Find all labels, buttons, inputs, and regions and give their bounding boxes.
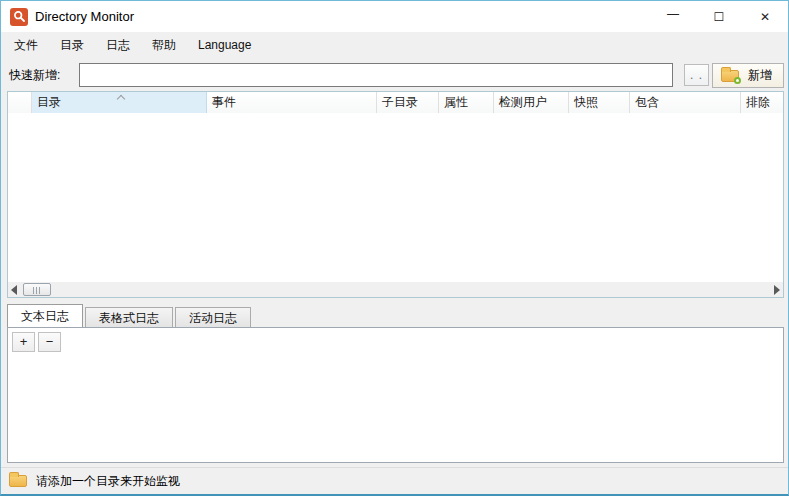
close-button[interactable]: ✕ [742, 1, 788, 32]
menu-log[interactable]: 日志 [95, 33, 141, 58]
status-folder-icon [9, 475, 27, 487]
menu-file[interactable]: 文件 [3, 33, 49, 58]
log-content [12, 356, 779, 458]
tab-activity-log[interactable]: 活动日志 [175, 307, 251, 327]
column-header-exclude[interactable]: 排除 [741, 92, 783, 113]
menu-directory[interactable]: 目录 [49, 33, 95, 58]
horizontal-scrollbar[interactable] [8, 282, 783, 297]
minimize-button[interactable]: — [650, 1, 696, 32]
status-bar: 请添加一个目录来开始监视 [1, 467, 788, 494]
tab-text-log[interactable]: 文本日志 [7, 304, 83, 327]
column-header-snapshot[interactable]: 快照 [569, 92, 630, 113]
column-header-spacer[interactable] [8, 92, 32, 113]
add-plus-badge-icon [734, 77, 741, 84]
font-increase-button[interactable]: + [12, 332, 35, 352]
log-tabs: 文本日志 表格式日志 活动日志 [7, 304, 253, 327]
list-header: 目录 事件 子目录 属性 检测用户 快照 包含 排除 [8, 92, 783, 113]
window-title: Directory Monitor [35, 9, 134, 24]
app-window: Directory Monitor — ☐ ✕ 文件 目录 日志 帮助 Lang… [0, 0, 789, 496]
scrollbar-thumb[interactable] [23, 283, 51, 296]
column-header-include[interactable]: 包含 [630, 92, 741, 113]
directory-list: 目录 事件 子目录 属性 检测用户 快照 包含 排除 [7, 91, 784, 298]
add-folder-icon [721, 70, 739, 82]
browse-button[interactable]: . . [684, 64, 709, 86]
sort-ascending-icon [117, 95, 125, 103]
column-header-detect-user[interactable]: 检测用户 [494, 92, 569, 113]
scroll-right-arrow-icon[interactable] [774, 285, 780, 295]
minimize-icon: — [667, 7, 679, 21]
quick-add-label: 快速新增: [9, 67, 60, 84]
column-header-attributes[interactable]: 属性 [439, 92, 494, 113]
maximize-icon: ☐ [714, 10, 725, 24]
tab-table-log[interactable]: 表格式日志 [85, 307, 173, 327]
add-button-label: 新增 [748, 67, 772, 84]
app-magnifier-icon [10, 8, 28, 26]
menu-bar: 文件 目录 日志 帮助 Language [1, 32, 788, 58]
maximize-button[interactable]: ☐ [696, 1, 742, 32]
menu-language[interactable]: Language [187, 34, 262, 56]
quick-add-input[interactable] [79, 63, 673, 87]
directory-list-body[interactable] [8, 114, 783, 282]
log-panel: + − [7, 327, 784, 463]
quick-add-row: 快速新增: . . 新增 [1, 58, 788, 91]
menu-help[interactable]: 帮助 [141, 33, 187, 58]
column-header-directory[interactable]: 目录 [32, 92, 207, 113]
column-header-event[interactable]: 事件 [207, 92, 377, 113]
add-button[interactable]: 新增 [712, 63, 784, 88]
status-message: 请添加一个目录来开始监视 [36, 473, 180, 490]
title-bar: Directory Monitor — ☐ ✕ [1, 1, 788, 32]
caption-buttons: — ☐ ✕ [650, 1, 788, 32]
scroll-left-arrow-icon[interactable] [11, 285, 17, 295]
font-decrease-button[interactable]: − [38, 332, 61, 352]
column-header-subdirectory[interactable]: 子目录 [377, 92, 439, 113]
close-icon: ✕ [760, 10, 770, 24]
